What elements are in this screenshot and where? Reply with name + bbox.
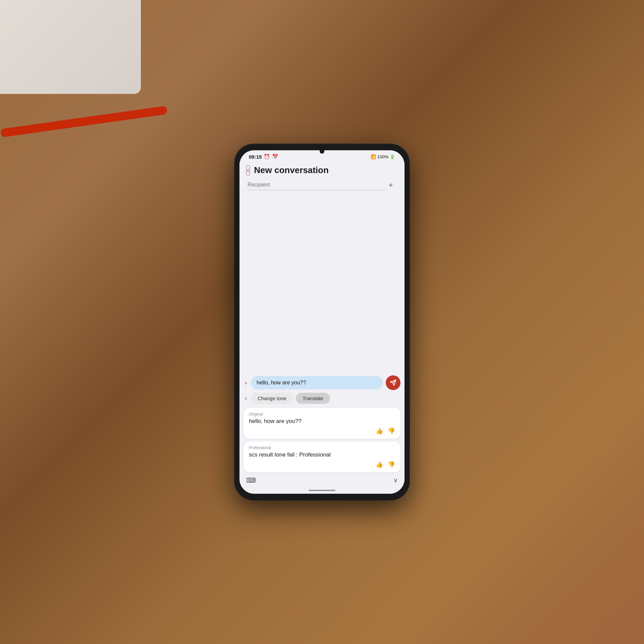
result-cards: Original hello, how are you?? 👍 👎 Profes…	[239, 405, 405, 475]
original-card-actions: 👍 👎	[249, 427, 395, 435]
keyboard-icon: ⌨	[246, 476, 256, 484]
professional-card-label: Professional	[249, 445, 395, 450]
professional-card: Professional scs result tone fail : Prof…	[244, 441, 400, 472]
professional-thumbdown-button[interactable]: 👎	[388, 461, 395, 468]
alarm-icon: ⏰	[264, 154, 270, 160]
expand-button[interactable]: ›	[244, 378, 248, 388]
phone-shell: 09:15 ⏰ 📅 📶 100% 🔋 ‹ New conversation + …	[235, 144, 409, 500]
back-button[interactable]: ‹	[246, 165, 250, 175]
input-row: › hello, how are you??	[239, 375, 405, 391]
page-title: New conversation	[254, 165, 396, 175]
message-input[interactable]: hello, how are you??	[251, 376, 383, 389]
professional-thumbup-button[interactable]: 👍	[376, 461, 383, 468]
original-card-text: hello, how are you??	[249, 418, 395, 425]
original-thumbdown-button[interactable]: 👎	[388, 427, 395, 435]
original-card-label: Original	[249, 412, 395, 417]
phone-screen: 09:15 ⏰ 📅 📶 100% 🔋 ‹ New conversation + …	[239, 150, 405, 494]
add-recipient-button[interactable]: +	[385, 179, 396, 191]
translate-chip[interactable]: Translate	[296, 393, 330, 404]
expand-down-button[interactable]: ∨	[393, 477, 398, 484]
ai-collapse-button[interactable]: ‹	[244, 393, 248, 403]
send-icon	[390, 379, 396, 386]
battery-icon: 🔋	[390, 154, 395, 159]
battery-display: 100%	[377, 154, 388, 159]
send-button[interactable]	[386, 375, 400, 390]
change-tone-chip[interactable]: Change tone	[251, 393, 293, 404]
recipient-area: +	[239, 178, 405, 192]
professional-card-text: scs result tone fail : Professional	[249, 451, 395, 458]
message-area	[239, 192, 405, 375]
time-display: 09:15	[249, 154, 262, 160]
professional-card-actions: 👍 👎	[249, 461, 395, 468]
home-indicator	[309, 490, 335, 491]
bottom-bar: ⌨ ∨	[239, 475, 405, 487]
recipient-input[interactable]	[248, 182, 385, 190]
app-header: ‹ New conversation	[239, 161, 405, 178]
home-bar	[239, 487, 405, 494]
original-card: Original hello, how are you?? 👍 👎	[244, 408, 400, 439]
keyboard-prop	[0, 0, 141, 94]
original-thumbup-button[interactable]: 👍	[376, 427, 383, 435]
calendar-icon: 📅	[272, 154, 278, 160]
ai-suggestion-row: ‹ Change tone Translate	[239, 391, 405, 405]
status-time: 09:15 ⏰ 📅	[249, 154, 278, 160]
signal-icon: 📶	[371, 154, 376, 159]
status-icons: 📶 100% 🔋	[371, 154, 395, 159]
camera-notch	[320, 149, 324, 154]
